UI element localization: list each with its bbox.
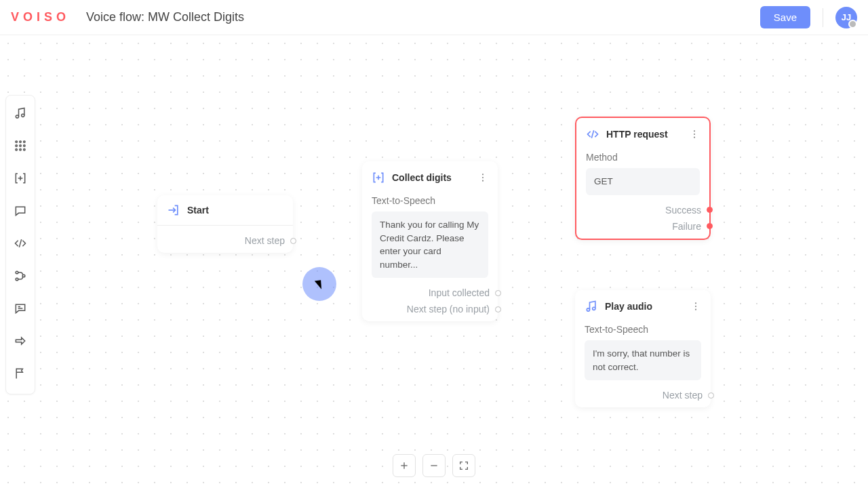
palette-end[interactable] — [8, 360, 33, 390]
section-label-tts: Text-to-Speech — [585, 324, 701, 335]
svg-point-18 — [482, 180, 484, 182]
node-palette — [5, 95, 35, 394]
svg-point-25 — [695, 302, 696, 304]
play-audio-icon — [585, 300, 598, 313]
node-collect-title: Collect digits — [392, 172, 452, 183]
svg-point-3 — [20, 141, 22, 143]
cursor-indicator — [302, 267, 336, 301]
svg-point-20 — [694, 130, 695, 131]
page-title: Voice flow: MW Collect Digits — [86, 10, 244, 24]
palette-http-request[interactable] — [8, 230, 33, 260]
output-input-collected[interactable]: Input collected — [372, 287, 488, 298]
output-next-step[interactable]: Next step — [167, 235, 283, 246]
palette-collect-digits[interactable] — [8, 165, 33, 195]
svg-point-7 — [24, 145, 26, 147]
output-port[interactable] — [707, 223, 713, 229]
keypad-icon — [14, 139, 27, 155]
node-menu-button[interactable] — [689, 300, 703, 313]
svg-point-12 — [16, 271, 18, 274]
palette-message[interactable] — [8, 197, 33, 227]
palette-voicemail[interactable] — [8, 295, 33, 325]
output-port[interactable] — [290, 238, 296, 244]
palette-branch[interactable] — [8, 262, 33, 292]
output-failure[interactable]: Failure — [586, 221, 700, 232]
start-icon — [167, 203, 180, 217]
svg-point-13 — [16, 278, 18, 281]
output-port[interactable] — [708, 392, 714, 399]
output-port[interactable] — [495, 306, 501, 312]
message-icon — [14, 204, 27, 220]
palette-play-audio[interactable] — [8, 100, 33, 129]
section-label-tts: Text-to-Speech — [372, 195, 488, 206]
voicemail-icon — [14, 302, 27, 318]
svg-point-8 — [16, 149, 18, 151]
output-next-step[interactable]: Next step — [585, 390, 701, 401]
node-start-header: Start — [167, 203, 283, 217]
svg-point-4 — [24, 141, 26, 143]
node-divider — [157, 225, 293, 226]
branch-icon — [14, 269, 27, 285]
output-label: Input collected — [429, 287, 490, 298]
svg-line-19 — [591, 130, 593, 138]
node-menu-button[interactable] — [688, 127, 701, 141]
svg-point-9 — [20, 149, 22, 151]
node-play-header: Play audio — [585, 300, 701, 313]
zoom-in-button[interactable] — [393, 454, 416, 477]
save-button[interactable]: Save — [760, 6, 810, 28]
node-start[interactable]: Start Next step — [157, 195, 293, 253]
svg-point-6 — [20, 145, 22, 147]
zoom-fit-button[interactable] — [452, 454, 475, 477]
play-audio-icon — [14, 106, 27, 123]
node-http-outputs: Success Failure — [586, 205, 700, 232]
play-tts-value: I'm sorry, that number is not correct. — [585, 340, 701, 380]
output-next-step-no-input[interactable]: Next step (no input) — [372, 304, 488, 314]
svg-point-14 — [22, 274, 25, 277]
svg-line-11 — [19, 239, 21, 247]
flow-canvas[interactable]: Start Next step Collect digits Text-to-S… — [0, 35, 868, 488]
svg-point-22 — [694, 137, 695, 138]
avatar[interactable]: JJ — [835, 7, 857, 28]
node-http-header: HTTP request — [586, 127, 700, 141]
svg-point-26 — [695, 306, 696, 307]
header-divider — [823, 8, 823, 27]
app-header: VOISO Voice flow: MW Collect Digits Save… — [0, 0, 868, 35]
collect-digits-icon — [14, 171, 27, 188]
section-label-method: Method — [586, 152, 700, 163]
output-label: Success — [665, 205, 701, 216]
svg-point-1 — [22, 114, 24, 117]
code-icon — [14, 237, 27, 253]
node-http-title: HTTP request — [606, 129, 668, 140]
node-play-audio[interactable]: Play audio Text-to-Speech I'm sorry, tha… — [575, 290, 711, 407]
node-menu-button[interactable] — [476, 171, 490, 184]
header-right: Save JJ — [760, 6, 857, 28]
node-start-outputs: Next step — [167, 235, 283, 246]
output-label: Next step — [663, 390, 703, 401]
svg-point-21 — [694, 134, 695, 135]
palette-keypad[interactable] — [8, 132, 33, 162]
output-port[interactable] — [495, 290, 501, 296]
node-start-title: Start — [187, 205, 209, 216]
zoom-controls — [393, 454, 475, 477]
forward-icon — [14, 334, 27, 350]
svg-point-10 — [24, 149, 26, 151]
node-http-request[interactable]: HTTP request Method GET Success Failure — [575, 117, 711, 240]
output-label: Next step — [245, 235, 285, 246]
output-port[interactable] — [707, 207, 713, 213]
app-logo: VOISO — [11, 10, 70, 24]
output-success[interactable]: Success — [586, 205, 700, 216]
flag-icon — [14, 367, 27, 383]
collect-digits-icon — [372, 171, 385, 184]
palette-forward[interactable] — [8, 327, 33, 357]
node-collect-outputs: Input collected Next step (no input) — [372, 287, 488, 314]
http-method-value: GET — [586, 168, 700, 195]
collect-tts-value: Thank you for calling My Credit Cardz. P… — [372, 211, 488, 278]
svg-point-24 — [593, 307, 595, 310]
output-label: Failure — [672, 221, 701, 232]
header-left: VOISO Voice flow: MW Collect Digits — [11, 10, 244, 24]
svg-point-5 — [16, 145, 18, 147]
node-play-outputs: Next step — [585, 390, 701, 401]
zoom-out-button[interactable] — [422, 454, 446, 477]
node-collect-digits[interactable]: Collect digits Text-to-Speech Thank you … — [362, 161, 498, 321]
svg-point-27 — [695, 309, 696, 310]
svg-point-23 — [587, 308, 589, 311]
